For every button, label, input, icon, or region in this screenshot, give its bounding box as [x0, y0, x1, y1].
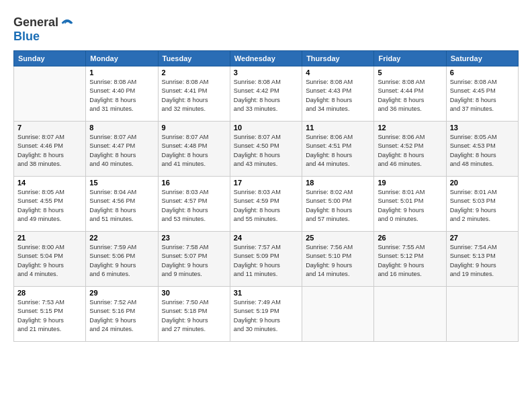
sunset-text: Sunset: 4:50 PM — [234, 142, 298, 150]
sunset-text: Sunset: 5:19 PM — [234, 307, 298, 316]
daylight-text-2: and 16 minutes. — [378, 270, 442, 279]
day-info: Sunrise: 8:03 AMSunset: 4:57 PMDaylight:… — [162, 188, 226, 224]
day-number: 11 — [306, 124, 370, 132]
day-number: 4 — [306, 68, 370, 77]
sunset-text: Sunset: 5:10 PM — [306, 252, 370, 261]
sunrise-text: Sunrise: 8:07 AM — [162, 133, 226, 142]
sunset-text: Sunset: 4:47 PM — [89, 142, 154, 150]
daylight-text-1: Daylight: 8 hours — [17, 151, 82, 160]
sunset-text: Sunset: 4:48 PM — [162, 142, 226, 150]
calendar-day-cell: 11Sunrise: 8:06 AMSunset: 4:51 PMDayligh… — [302, 122, 374, 177]
calendar-day-cell: 1Sunrise: 8:08 AMSunset: 4:40 PMDaylight… — [86, 66, 158, 122]
sunset-text: Sunset: 4:41 PM — [162, 87, 226, 95]
daylight-text-2: and 40 minutes. — [89, 160, 154, 169]
sunset-text: Sunset: 4:52 PM — [378, 142, 442, 150]
day-number: 23 — [162, 234, 226, 242]
daylight-text-2: and 37 minutes. — [450, 105, 515, 113]
logo-general-text: General — [13, 15, 58, 30]
sunset-text: Sunset: 4:45 PM — [450, 87, 515, 95]
day-info: Sunrise: 8:01 AMSunset: 5:03 PMDaylight:… — [450, 188, 515, 224]
sunrise-text: Sunrise: 8:05 AM — [17, 188, 82, 197]
calendar-week-row: 14Sunrise: 8:05 AMSunset: 4:55 PMDayligh… — [14, 177, 519, 232]
daylight-text-1: Daylight: 8 hours — [89, 151, 154, 160]
day-number: 18 — [306, 179, 370, 187]
day-number: 12 — [378, 124, 442, 132]
sunset-text: Sunset: 5:01 PM — [378, 197, 442, 205]
daylight-text-1: Daylight: 9 hours — [234, 316, 298, 325]
sunrise-text: Sunrise: 8:01 AM — [450, 188, 515, 197]
daylight-text-1: Daylight: 9 hours — [17, 316, 82, 325]
calendar-day-cell: 23Sunrise: 7:58 AMSunset: 5:07 PMDayligh… — [158, 232, 230, 287]
daylight-text-2: and 6 minutes. — [89, 270, 154, 279]
daylight-text-2: and 36 minutes. — [378, 105, 442, 113]
sunset-text: Sunset: 5:04 PM — [17, 252, 82, 261]
day-info: Sunrise: 7:56 AMSunset: 5:10 PMDaylight:… — [306, 243, 370, 279]
sunrise-text: Sunrise: 7:53 AM — [17, 298, 82, 307]
sunrise-text: Sunrise: 8:06 AM — [306, 133, 370, 142]
day-info: Sunrise: 8:07 AMSunset: 4:46 PMDaylight:… — [17, 133, 82, 169]
daylight-text-1: Daylight: 8 hours — [306, 206, 370, 215]
daylight-text-2: and 21 minutes. — [17, 325, 82, 334]
sunset-text: Sunset: 5:12 PM — [378, 252, 442, 261]
day-info: Sunrise: 7:54 AMSunset: 5:13 PMDaylight:… — [450, 243, 515, 279]
calendar-week-row: 21Sunrise: 8:00 AMSunset: 5:04 PMDayligh… — [14, 232, 519, 287]
calendar-day-cell: 28Sunrise: 7:53 AMSunset: 5:15 PMDayligh… — [14, 287, 86, 342]
calendar-day-cell: 14Sunrise: 8:05 AMSunset: 4:55 PMDayligh… — [14, 177, 86, 232]
day-info: Sunrise: 7:59 AMSunset: 5:06 PMDaylight:… — [89, 243, 154, 279]
day-info: Sunrise: 8:08 AMSunset: 4:41 PMDaylight:… — [162, 78, 226, 113]
sunrise-text: Sunrise: 8:03 AM — [234, 188, 298, 197]
daylight-text-2: and 43 minutes. — [234, 160, 298, 169]
daylight-text-1: Daylight: 9 hours — [234, 261, 298, 270]
day-info: Sunrise: 8:08 AMSunset: 4:40 PMDaylight:… — [89, 78, 154, 113]
calendar-week-row: 1Sunrise: 8:08 AMSunset: 4:40 PMDaylight… — [14, 66, 519, 122]
day-number: 16 — [162, 179, 226, 187]
calendar-day-cell: 9Sunrise: 8:07 AMSunset: 4:48 PMDaylight… — [158, 122, 230, 177]
calendar-day-cell: 7Sunrise: 8:07 AMSunset: 4:46 PMDaylight… — [14, 122, 86, 177]
day-number: 26 — [378, 234, 442, 242]
calendar-day-cell: 16Sunrise: 8:03 AMSunset: 4:57 PMDayligh… — [158, 177, 230, 232]
sunrise-text: Sunrise: 8:07 AM — [17, 133, 82, 142]
daylight-text-2: and 49 minutes. — [17, 215, 82, 224]
calendar-day-cell: 25Sunrise: 7:56 AMSunset: 5:10 PMDayligh… — [302, 232, 374, 287]
sunset-text: Sunset: 4:42 PM — [234, 87, 298, 95]
day-info: Sunrise: 8:07 AMSunset: 4:48 PMDaylight:… — [162, 133, 226, 169]
sunrise-text: Sunrise: 7:50 AM — [162, 298, 226, 307]
day-info: Sunrise: 8:05 AMSunset: 4:53 PMDaylight:… — [450, 133, 515, 169]
sunrise-text: Sunrise: 8:08 AM — [234, 78, 298, 87]
day-info: Sunrise: 8:01 AMSunset: 5:01 PMDaylight:… — [378, 188, 442, 224]
day-number: 10 — [234, 124, 298, 132]
calendar-day-cell: 31Sunrise: 7:49 AMSunset: 5:19 PMDayligh… — [230, 287, 302, 342]
daylight-text-2: and 53 minutes. — [162, 215, 226, 224]
sunset-text: Sunset: 5:18 PM — [162, 307, 226, 316]
calendar-day-cell: 4Sunrise: 8:08 AMSunset: 4:43 PMDaylight… — [302, 66, 374, 122]
daylight-text-2: and 57 minutes. — [306, 215, 370, 224]
day-info: Sunrise: 7:55 AMSunset: 5:12 PMDaylight:… — [378, 243, 442, 279]
daylight-text-2: and 14 minutes. — [306, 270, 370, 279]
sunset-text: Sunset: 5:03 PM — [450, 197, 515, 205]
day-info: Sunrise: 8:07 AMSunset: 4:47 PMDaylight:… — [89, 133, 154, 169]
daylight-text-2: and 24 minutes. — [89, 325, 154, 334]
sunrise-text: Sunrise: 8:08 AM — [378, 78, 442, 87]
day-number: 15 — [89, 179, 154, 187]
sunrise-text: Sunrise: 7:54 AM — [450, 243, 515, 252]
calendar-day-cell: 17Sunrise: 8:03 AMSunset: 4:59 PMDayligh… — [230, 177, 302, 232]
sunset-text: Sunset: 5:09 PM — [234, 252, 298, 261]
daylight-text-1: Daylight: 8 hours — [450, 151, 515, 160]
daylight-text-1: Daylight: 8 hours — [89, 96, 154, 105]
day-number: 5 — [378, 68, 442, 77]
sunset-text: Sunset: 4:51 PM — [306, 142, 370, 150]
day-info: Sunrise: 7:57 AMSunset: 5:09 PMDaylight:… — [234, 243, 298, 279]
daylight-text-1: Daylight: 9 hours — [162, 316, 226, 325]
calendar-day-cell: 8Sunrise: 8:07 AMSunset: 4:47 PMDaylight… — [86, 122, 158, 177]
day-info: Sunrise: 8:07 AMSunset: 4:50 PMDaylight:… — [234, 133, 298, 169]
calendar-day-cell: 27Sunrise: 7:54 AMSunset: 5:13 PMDayligh… — [446, 232, 518, 287]
day-number: 1 — [89, 68, 154, 77]
day-info: Sunrise: 8:05 AMSunset: 4:55 PMDaylight:… — [17, 188, 82, 224]
day-number: 21 — [17, 234, 82, 242]
daylight-text-2: and 11 minutes. — [234, 270, 298, 279]
day-info: Sunrise: 8:06 AMSunset: 4:51 PMDaylight:… — [306, 133, 370, 169]
daylight-text-1: Daylight: 9 hours — [89, 261, 154, 270]
daylight-text-1: Daylight: 9 hours — [306, 261, 370, 270]
daylight-text-1: Daylight: 8 hours — [450, 96, 515, 105]
sunrise-text: Sunrise: 8:08 AM — [450, 78, 515, 87]
